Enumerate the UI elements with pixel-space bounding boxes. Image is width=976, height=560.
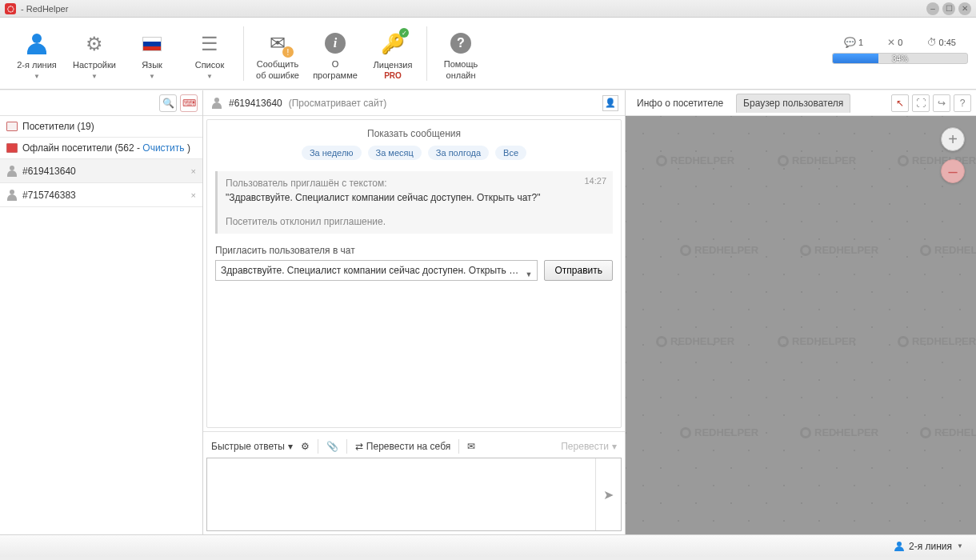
close-visitor-button[interactable]: ×: [191, 166, 196, 176]
browser-preview[interactable]: REDHELPER REDHELPER REDHELPER REDHELPER …: [626, 116, 976, 534]
about-button[interactable]: i О программе: [306, 22, 364, 86]
help-online-button[interactable]: ? Помощь онлайн: [432, 22, 490, 86]
message-input[interactable]: [207, 458, 595, 530]
app-icon: ◌: [5, 3, 16, 14]
share-icon: ↪: [938, 98, 946, 109]
compose-area: Быстрые ответы ▾ ⚙ 📎 ⇄ Перевести на себя…: [203, 431, 625, 534]
zoom-in-button[interactable]: +: [941, 127, 965, 151]
second-line-label: 2-я линия: [17, 60, 57, 70]
language-label: Язык: [142, 60, 162, 70]
status-bar: 2-я линия ▼: [0, 534, 976, 557]
gear-small-icon: ⚙: [301, 441, 310, 452]
progress-bar: 34%: [832, 53, 968, 64]
window-minimize-button[interactable]: –: [926, 2, 939, 15]
invite-text-select[interactable]: Здравствуйте. Специалист компании сейчас…: [215, 260, 538, 281]
translate-button[interactable]: Перевести ▾: [561, 441, 617, 452]
event-declined: Посетитель отклонил приглашение.: [226, 214, 605, 229]
offline-visitors-label: Офлайн посетители (562 - Очистить ): [22, 142, 190, 154]
event-line: Пользователь приглашён с текстом:: [226, 176, 605, 190]
chevron-down-icon: ▾: [612, 441, 617, 452]
mail-button[interactable]: ✉: [467, 441, 475, 452]
report-error-button[interactable]: ✉! Сообщить об ошибке: [249, 22, 306, 86]
tab-visitor-info[interactable]: Инфо о посетителе: [630, 94, 730, 112]
gear-icon: ⚙: [82, 31, 107, 57]
visitor-list-item[interactable]: #619413640 ×: [0, 159, 202, 183]
visitor-icon: [6, 166, 18, 177]
list-button[interactable]: ☰ Список ▼: [181, 22, 238, 86]
cursor-tool-button[interactable]: ↖: [891, 94, 909, 112]
clock-icon: ⏱: [927, 37, 937, 48]
flag-ru-icon: [142, 37, 162, 51]
chevron-down-icon: ▾: [288, 441, 293, 452]
invite-label: Пригласить пользователя в чат: [215, 245, 613, 256]
range-all-button[interactable]: Все: [495, 146, 526, 160]
chat-body: Показать сообщения За неделю За месяц За…: [206, 119, 622, 428]
license-sub-label: PRO: [384, 71, 402, 80]
clear-offline-link[interactable]: Очистить: [142, 142, 184, 154]
compose-send-button[interactable]: ➤: [595, 458, 621, 530]
stat-x-value: 0: [898, 38, 902, 47]
window-maximize-button[interactable]: ☐: [942, 2, 955, 15]
window-title: - RedHelper: [21, 4, 922, 14]
window-close-button[interactable]: ✕: [958, 2, 971, 15]
share-tool-button[interactable]: ↪: [933, 94, 950, 112]
about-label: О программе: [313, 59, 358, 80]
event-timestamp: 14:27: [584, 176, 606, 186]
main-toolbar: 2-я линия ▼ ⚙ Настройки ▼ Язык ▼ ☰ Списо…: [0, 18, 976, 90]
status-person-icon: [894, 542, 904, 551]
visitor-list-item[interactable]: #715746383 ×: [0, 183, 202, 207]
zoom-out-button[interactable]: –: [941, 159, 965, 183]
window-titlebar: ◌ - RedHelper – ☐ ✕: [0, 0, 976, 18]
range-halfyear-button[interactable]: За полгода: [428, 146, 489, 160]
offline-visitors-section[interactable]: Офлайн посетители (562 - Очистить ): [0, 138, 202, 159]
second-line-button[interactable]: 2-я линия ▼: [8, 22, 66, 86]
paperclip-icon: 📎: [326, 441, 338, 452]
chat-header: #619413640 (Просматривает сайт) 👤: [203, 90, 625, 116]
right-panel: Инфо о посетителе Браузер пользователя ↖…: [626, 90, 976, 534]
range-filter: За неделю За месяц За полгода Все: [215, 146, 613, 160]
sidebar-calendar-button[interactable]: ⌨: [180, 94, 198, 112]
range-month-button[interactable]: За месяц: [368, 146, 422, 160]
range-week-button[interactable]: За неделю: [302, 146, 362, 160]
license-label: Лицензия: [374, 60, 413, 70]
calendar-icon: ⌨: [182, 98, 196, 109]
right-help-button[interactable]: ?: [954, 94, 971, 112]
help-small-icon: ?: [960, 98, 966, 109]
x-icon: ✕: [887, 37, 895, 48]
settings-button[interactable]: ⚙ Настройки ▼: [66, 22, 123, 86]
list-icon: ☰: [197, 31, 222, 57]
chevron-down-icon: ▼: [149, 73, 155, 80]
show-messages-label: Показать сообщения: [215, 128, 613, 139]
toolbar-status-panel: 💬1 ✕0 ⏱0:45 34%: [832, 37, 968, 64]
fullscreen-tool-button[interactable]: ⛶: [912, 94, 930, 112]
mail-icon: ✉: [467, 441, 475, 452]
take-chat-button[interactable]: ⇄ Перевести на себя: [355, 441, 450, 452]
chevron-down-icon: ▼: [206, 73, 213, 80]
license-button[interactable]: 🔑✓ Лицензия PRO: [364, 22, 422, 86]
stat-timer: ⏱0:45: [927, 37, 956, 48]
sidebar-search-button[interactable]: 🔍: [159, 94, 177, 112]
chip-icon: [6, 122, 18, 131]
chat-header-action-button[interactable]: 👤: [602, 95, 618, 111]
tab-user-browser[interactable]: Браузер пользователя: [736, 94, 850, 113]
stat-chats: 💬1: [844, 37, 863, 48]
attach-button[interactable]: 📎: [326, 441, 338, 452]
right-tabs: Инфо о посетителе Браузер пользователя ↖…: [626, 90, 976, 116]
visitor-id: #715746383: [22, 190, 76, 201]
cursor-icon: ↖: [896, 98, 904, 109]
take-chat-label: Перевести на себя: [366, 441, 450, 452]
person-icon: [25, 32, 49, 56]
visitors-sidebar: 🔍 ⌨ Посетители (19) Офлайн посетители (5…: [0, 90, 203, 534]
language-button[interactable]: Язык ▼: [123, 22, 181, 86]
visitors-section-label: Посетители (19): [22, 121, 94, 132]
compose-settings-button[interactable]: ⚙: [301, 441, 310, 452]
chat-visitor-status: (Просматривает сайт): [289, 98, 386, 109]
close-visitor-button[interactable]: ×: [191, 190, 196, 200]
chevron-down-icon[interactable]: ▼: [957, 542, 963, 550]
visitors-section[interactable]: Посетители (19): [0, 116, 202, 138]
stat-chats-value: 1: [858, 38, 863, 47]
quick-replies-button[interactable]: Быстрые ответы ▾: [211, 441, 293, 452]
report-error-label: Сообщить об ошибке: [256, 59, 299, 80]
quick-replies-label: Быстрые ответы: [211, 441, 285, 452]
send-invite-button[interactable]: Отправить: [544, 260, 613, 281]
